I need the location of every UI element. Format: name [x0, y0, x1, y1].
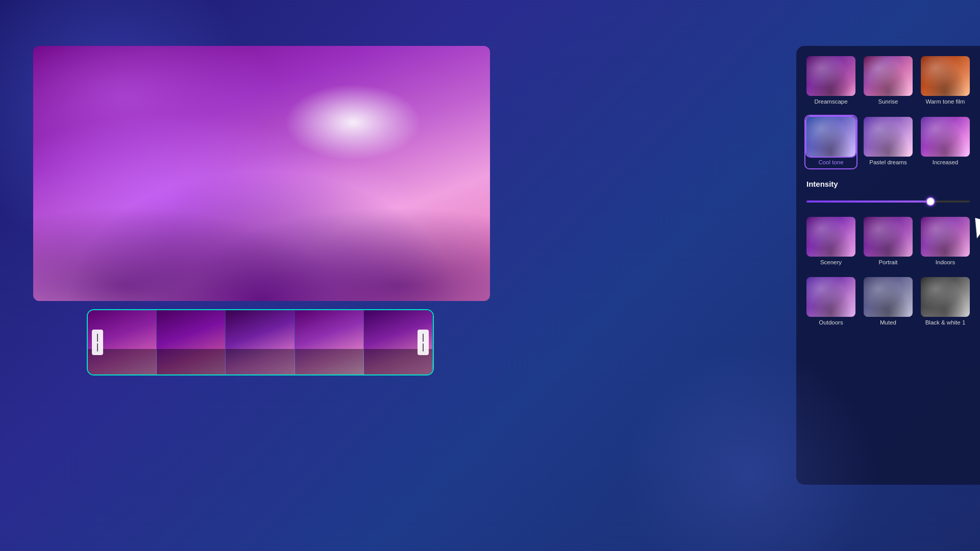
- intensity-track: [806, 201, 970, 203]
- filter-item-pastel-dreams[interactable]: Pastel dreams: [862, 115, 915, 169]
- filter-item-muted[interactable]: Muted: [862, 275, 915, 330]
- filter-thumbnail-muted: [864, 277, 913, 317]
- filter-thumbnail-cool: [806, 117, 855, 157]
- filter-grid-row3: Scenery Portrait Indoors: [804, 215, 972, 269]
- filter-item-portrait[interactable]: Portrait: [862, 215, 915, 269]
- filter-grid-row4: Outdoors Muted Black & white 1: [804, 275, 972, 330]
- filter-thumbnail-dreamscape: [806, 56, 855, 96]
- filter-grid-row1: Dreamscape Sunrise Warm tone film: [804, 54, 972, 109]
- filter-label-warm: Warm tone film: [926, 98, 965, 106]
- filter-thumbnail-bw: [921, 277, 970, 317]
- filter-thumbnail-sunrise: [864, 56, 913, 96]
- handle-bar-icon: [97, 343, 98, 352]
- filter-label-cool: Cool tone: [818, 159, 843, 166]
- filter-label-sunrise: Sunrise: [878, 98, 898, 106]
- filter-grid-row2: Cool tone Pastel dreams Increased: [804, 115, 972, 169]
- intensity-thumb[interactable]: [926, 197, 935, 206]
- filter-item-sunrise[interactable]: Sunrise: [862, 54, 915, 109]
- filter-label-dreamscape: Dreamscape: [814, 98, 847, 106]
- filter-item-dreamscape[interactable]: Dreamscape: [804, 54, 857, 109]
- handle-bar-icon: [423, 343, 424, 352]
- filter-label-outdoors: Outdoors: [819, 319, 843, 327]
- timeline-handle-right[interactable]: [418, 330, 429, 355]
- main-container: Dreamscape Sunrise Warm tone film Cool t…: [0, 0, 980, 551]
- filter-label-bw: Black & white 1: [925, 319, 966, 327]
- film-frame: [226, 310, 295, 374]
- filter-label-pastel: Pastel dreams: [869, 159, 907, 166]
- film-frame: [157, 310, 226, 374]
- filter-item-scenery[interactable]: Scenery: [804, 215, 857, 269]
- filter-thumbnail-scenery: [806, 217, 855, 257]
- handle-bar-icon: [423, 334, 424, 342]
- filter-item-increased[interactable]: Increased: [919, 115, 972, 169]
- filter-label-increased: Increased: [933, 159, 959, 166]
- video-canvas: [33, 46, 490, 301]
- filter-thumbnail-indoors: [921, 217, 970, 257]
- filter-panel: Dreamscape Sunrise Warm tone film Cool t…: [796, 46, 980, 485]
- filter-item-outdoors[interactable]: Outdoors: [804, 275, 857, 330]
- film-frame: [295, 310, 364, 374]
- filter-label-scenery: Scenery: [820, 259, 842, 266]
- filter-label-indoors: Indoors: [936, 259, 955, 266]
- filter-thumbnail-portrait: [864, 217, 913, 257]
- filter-label-muted: Muted: [880, 319, 896, 327]
- filmstrip: [88, 310, 433, 374]
- handle-bar-icon: [97, 334, 98, 342]
- filter-thumbnail-warm: [921, 56, 970, 96]
- intensity-slider-container[interactable]: [806, 194, 970, 209]
- filter-item-black-white[interactable]: Black & white 1: [919, 275, 972, 330]
- video-player[interactable]: [33, 46, 490, 301]
- filter-thumbnail-outdoors: [806, 277, 855, 317]
- intensity-label: Intensity: [806, 180, 970, 188]
- filter-thumbnail-pastel: [864, 117, 913, 157]
- timeline-handle-left[interactable]: [92, 330, 103, 355]
- filter-label-portrait: Portrait: [878, 259, 897, 266]
- filter-thumbnail-increased: [921, 117, 970, 157]
- filter-item-cool-tone[interactable]: Cool tone: [804, 115, 857, 169]
- filter-item-indoors[interactable]: Indoors: [919, 215, 972, 269]
- intensity-section: Intensity: [804, 176, 972, 215]
- video-area: [33, 46, 490, 375]
- timeline-container[interactable]: [87, 309, 434, 375]
- filter-item-warm-tone-film[interactable]: Warm tone film: [919, 54, 972, 109]
